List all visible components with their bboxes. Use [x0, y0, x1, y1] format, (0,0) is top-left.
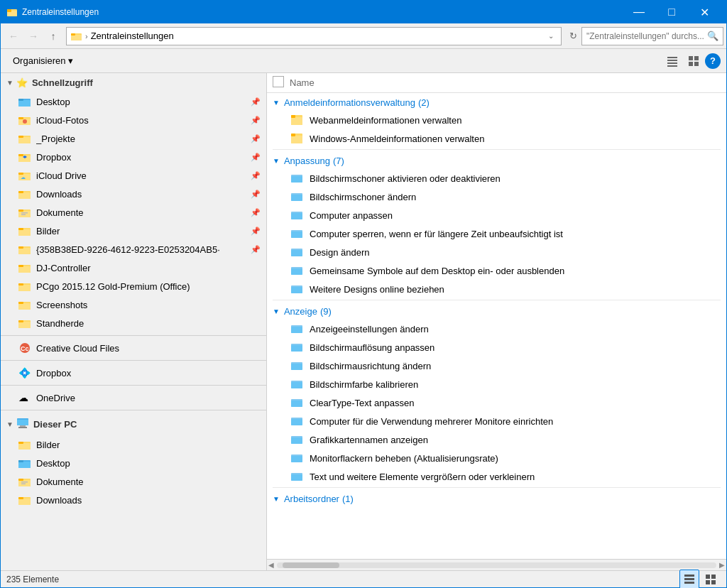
sidebar-item-downloads-quick[interactable]: Downloads 📌	[1, 185, 266, 203]
category-anmeldung[interactable]: ▼ Anmeldeinformationsverwaltung (2)	[267, 93, 726, 111]
list-item[interactable]: Computer für die Verwendung mehrerer Mon…	[267, 412, 726, 430]
item-icon	[290, 282, 304, 296]
list-item[interactable]: Bildschirmausrichtung ändern	[267, 356, 726, 375]
scroll-thumb[interactable]	[283, 562, 339, 568]
horizontal-scrollbar[interactable]: ◀ ▶	[267, 559, 726, 570]
content-area: Name ▼ Anmeldeinformationsverwaltung (2)…	[267, 73, 726, 570]
sidebar-item-icloud-fotos[interactable]: iCloud-Fotos 📌	[1, 111, 266, 129]
maximize-button[interactable]: □	[655, 1, 688, 23]
sidebar: ▼ ⭐ Schnellzugriff Desktop 📌 iCloud-Foto…	[1, 73, 267, 570]
folder-screenshots-icon	[18, 298, 32, 312]
forward-button[interactable]: →	[23, 26, 43, 46]
sidebar-item-pc-bilder[interactable]: Bilder	[1, 435, 266, 454]
view-toggle-button[interactable]	[684, 51, 704, 71]
sidebar-divider1	[1, 335, 266, 336]
search-input[interactable]	[586, 31, 707, 41]
header-checkbox[interactable]	[273, 76, 284, 87]
category-count: (9)	[320, 306, 332, 317]
sidebar-item-bilder-quick[interactable]: Bilder 📌	[1, 222, 266, 240]
category-chevron: ▼	[273, 495, 280, 503]
nav-toolbar: ← → ↑ › Zentraleinstellungen ⌄ ↻ 🔍	[1, 23, 726, 49]
sidebar-item-screenshots[interactable]: Screenshots	[1, 295, 266, 314]
list-item[interactable]: Bildschirmfarbe kalibrieren	[267, 375, 726, 393]
svg-rect-117	[291, 474, 302, 481]
close-button[interactable]: ✕	[688, 1, 721, 23]
sidebar-item-dj-controller[interactable]: DJ-Controller	[1, 258, 266, 277]
minimize-button[interactable]: —	[623, 1, 655, 23]
svg-rect-109	[291, 401, 302, 407]
list-item[interactable]: Bildschirmschoner ändern	[267, 187, 726, 206]
help-button[interactable]: ?	[705, 53, 721, 69]
item-icon	[290, 208, 304, 222]
refresh-button[interactable]: ↻	[564, 27, 581, 45]
sidebar-section-schnellzugriff[interactable]: ▼ ⭐ Schnellzugriff	[1, 73, 266, 92]
svg-rect-87	[291, 176, 302, 183]
sidebar-item-creative-cloud[interactable]: Cc Creative Cloud Files	[1, 339, 266, 357]
star-icon: ⭐	[16, 77, 28, 88]
list-item[interactable]: Weitere Designs online beziehen	[267, 280, 726, 298]
sidebar-item-desktop[interactable]: Desktop 📌	[1, 92, 266, 111]
sidebar-item-standherde[interactable]: Standherde	[1, 314, 266, 332]
up-button[interactable]: ↑	[43, 26, 63, 46]
sidebar-section-dieser-pc[interactable]: ▼ Dieser PC	[1, 413, 266, 435]
list-item[interactable]: Grafikkartennamen anzeigen	[267, 430, 726, 449]
category-arbeitsordner[interactable]: ▼ Arbeitsordner (1)	[267, 489, 726, 507]
address-chevron[interactable]: ⌄	[548, 32, 554, 40]
svg-rect-119	[684, 578, 694, 580]
schnellzugriff-label: Schnellzugriff	[32, 77, 93, 88]
list-item[interactable]: Text und weitere Elemente vergrößern ode…	[267, 467, 726, 486]
svg-rect-74	[18, 479, 23, 481]
sidebar-item-dropbox[interactable]: 💠 Dropbox	[1, 364, 266, 382]
divider	[273, 487, 721, 488]
view-details-button[interactable]	[662, 51, 682, 71]
svg-rect-56	[18, 322, 31, 328]
list-item[interactable]: Anzeigeeinstellungen ändern	[267, 320, 726, 338]
organize-button[interactable]: Organisieren ▾	[6, 52, 80, 70]
list-item[interactable]: Design ändern	[267, 243, 726, 261]
list-item[interactable]: Computer anpassen	[267, 206, 726, 224]
list-item[interactable]: Bildschirmschoner aktivieren oder deakti…	[267, 169, 726, 187]
list-item[interactable]: Monitorflackern beheben (Aktualisierungs…	[267, 449, 726, 467]
dropbox-icon	[18, 150, 32, 164]
svg-text:Cc: Cc	[21, 345, 29, 352]
sidebar-item-dokumente-quick[interactable]: Dokumente 📌	[1, 203, 266, 222]
list-item[interactable]: Gemeinsame Symbole auf dem Desktop ein- …	[267, 261, 726, 280]
item-icon	[290, 171, 304, 185]
sidebar-item-pcgo[interactable]: PCgo 2015.12 Gold-Premium (Office)	[1, 277, 266, 295]
item-label: Design ändern	[310, 247, 370, 258]
status-details-view[interactable]	[679, 570, 699, 589]
back-button[interactable]: ←	[4, 26, 23, 46]
sidebar-item-icloud-drive[interactable]: ☁ iCloud Drive 📌	[1, 166, 266, 185]
category-anpassung[interactable]: ▼ Anpassung (7)	[267, 151, 726, 169]
item-label: Computer anpassen	[310, 210, 393, 221]
category-anzeige[interactable]: ▼ Anzeige (9)	[267, 302, 726, 320]
list-item[interactable]: Windows-Anmeldeinformationen verwalten	[267, 129, 726, 148]
svg-rect-124	[711, 580, 716, 584]
search-bar[interactable]: 🔍	[581, 27, 723, 45]
screenshots-label: Screenshots	[36, 300, 261, 310]
sidebar-item-pc-downloads[interactable]: Downloads	[1, 491, 266, 509]
dieser-pc-label: Dieser PC	[33, 419, 77, 430]
list-item[interactable]: Webanmeldeinformationen verwalten	[267, 111, 726, 129]
sidebar-item-pc-desktop[interactable]: Desktop	[1, 454, 266, 472]
sidebar-item-dropbox-quick[interactable]: Dropbox 📌	[1, 148, 266, 166]
sidebar-item-guid[interactable]: {358B38ED-9226-4612-9223-E0253204AB5· 📌	[1, 240, 266, 258]
status-tile-view[interactable]	[701, 570, 721, 589]
sidebar-item-pc-dokumente[interactable]: Dokumente	[1, 472, 266, 491]
category-name: Anpassung	[284, 156, 330, 166]
pin-icon: 📌	[251, 116, 261, 125]
item-label: Computer für die Verwendung mehrerer Mon…	[310, 416, 553, 427]
sidebar-divider2	[1, 360, 266, 361]
address-folder-icon	[71, 31, 82, 42]
dieser-pc-icon	[16, 418, 29, 431]
svg-rect-93	[291, 232, 302, 238]
creative-cloud-icon: Cc	[18, 341, 32, 355]
list-item[interactable]: Computer sperren, wenn er für längere Ze…	[267, 224, 726, 243]
sidebar-item-projekte[interactable]: _Projekte 📌	[1, 129, 266, 148]
address-bar[interactable]: › Zentraleinstellungen ⌄	[66, 27, 562, 45]
dokumente-icon	[18, 205, 32, 219]
list-item[interactable]: ClearType-Text anpassen	[267, 393, 726, 412]
list-item[interactable]: Bildschirmauflösung anpassen	[267, 338, 726, 356]
svg-rect-67	[18, 443, 31, 450]
sidebar-item-onedrive[interactable]: ☁ OneDrive	[1, 388, 266, 407]
